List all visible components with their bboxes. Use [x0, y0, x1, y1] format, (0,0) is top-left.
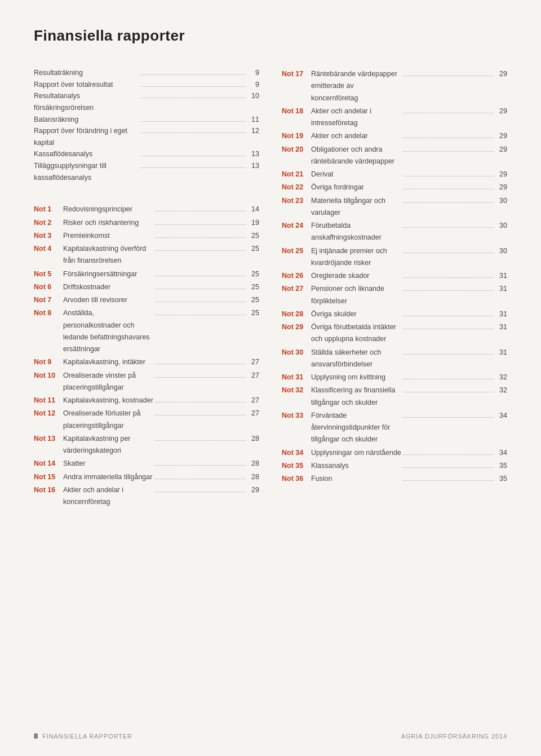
note-id: Not 12 — [34, 408, 63, 419]
toc-row-dots — [403, 151, 494, 152]
note-toc-row: Not 5 Försäkringsersättningar 25 — [34, 268, 259, 280]
toc-row-dots — [141, 156, 246, 156]
toc-row-label: Rapport över totalresultat — [34, 79, 139, 91]
toc-row-label: Kassaflödesanalys — [34, 148, 139, 160]
toc-row-page: 31 — [496, 283, 507, 295]
note-id: Not 25 — [282, 245, 311, 257]
toc-row-dots — [156, 364, 246, 364]
footer-section-name: FINANSIELLA RAPPORTER — [42, 733, 132, 740]
note-id: Not 34 — [282, 447, 311, 459]
toc-row-page: 27 — [248, 395, 259, 406]
note-label: Anställda, personalkostnader och ledande… — [63, 307, 153, 355]
note-toc-row: Not 15 Andra immateriella tillgångar 28 — [34, 471, 259, 483]
toc-row-dots — [156, 315, 246, 315]
note-label: Kapitalavkastning, kostnader — [63, 395, 153, 406]
toc-row-page: 28 — [248, 471, 259, 483]
note-label: Materiella tillgångar och varulager — [311, 195, 401, 219]
toc-row-dots — [156, 289, 246, 289]
note-label: Pensioner och liknande förpliktelser — [311, 283, 401, 307]
toc-row-page: 29 — [496, 68, 507, 80]
toc-row-page: 30 — [496, 220, 507, 232]
note-toc-row: Not 17 Räntebärande värdepapper emittera… — [282, 68, 507, 104]
note-id: Not 35 — [282, 460, 311, 472]
note-label: Andra immateriella tillgångar — [63, 471, 153, 483]
plain-toc-row: Resultatanalys försäkringsrörelsen 10 — [34, 90, 259, 113]
note-id: Not 33 — [282, 410, 311, 422]
toc-row-dots — [141, 74, 246, 75]
page-footer: 8 FINANSIELLA RAPPORTER AGRIA DJURFÖRSÄK… — [0, 732, 541, 740]
toc-row-label: Rapport över förändring i eget kapital — [34, 125, 139, 148]
note-label: Aktier och andelar — [311, 130, 401, 142]
toc-row-page: 35 — [496, 460, 507, 472]
note-toc-section-right: Not 17 Räntebärande värdepapper emittera… — [282, 68, 507, 485]
note-id: Not 5 — [34, 268, 63, 280]
note-label: Försäkringsersättningar — [63, 268, 153, 280]
note-toc-row: Not 3 Premieinkomst 25 — [34, 230, 259, 242]
toc-row-dots — [156, 250, 246, 251]
note-label: Obligationer och andra räntebärande värd… — [311, 144, 401, 168]
plain-toc-section: Resultaträkning 9 Rapport över totalresu… — [34, 67, 259, 183]
toc-row-page: 35 — [496, 473, 507, 485]
toc-row-dots — [403, 176, 494, 176]
toc-row-dots — [403, 480, 494, 481]
note-toc-row: Not 20 Obligationer och andra räntebäran… — [282, 144, 507, 168]
note-toc-row: Not 8 Anställda, personalkostnader och l… — [34, 307, 259, 355]
note-toc-row: Not 12 Orealiserade förluster på placeri… — [34, 408, 259, 432]
toc-row-page: 30 — [496, 195, 507, 207]
toc-row-page: 30 — [496, 245, 507, 257]
plain-toc-row: Rapport över totalresultat 9 — [34, 79, 259, 91]
toc-row-dots — [403, 354, 494, 355]
note-label: Övriga fordringar — [311, 182, 401, 193]
plain-toc-row: Rapport över förändring i eget kapital 1… — [34, 125, 259, 148]
plain-toc-row: Tilläggsupplysningar till kassaflödesana… — [34, 160, 259, 183]
toc-row-page: 9 — [248, 79, 259, 91]
note-toc-row: Not 33 Förväntade återvinningstidpunkter… — [282, 410, 507, 446]
toc-row-dots — [156, 465, 246, 466]
note-id: Not 4 — [34, 243, 63, 255]
toc-row-page: 13 — [248, 160, 259, 172]
toc-row-page: 31 — [496, 308, 507, 320]
toc-row-dots — [403, 189, 494, 189]
toc-row-page: 29 — [496, 182, 507, 193]
note-label: Driftskostnader — [63, 281, 153, 293]
note-toc-row: Not 32 Klassificering av finansiella til… — [282, 384, 507, 409]
note-toc-row: Not 21 Derivat 29 — [282, 169, 507, 180]
toc-row-label: Tilläggsupplysningar till kassaflödesana… — [34, 160, 139, 183]
note-toc-row: Not 9 Kapitalavkastning, intäkter 27 — [34, 356, 259, 368]
note-label: Premieinkomst — [63, 230, 153, 242]
note-label: Upplysning om kvittning — [311, 372, 401, 383]
toc-row-dots — [403, 417, 494, 418]
toc-row-dots — [403, 316, 494, 316]
toc-row-page: 28 — [248, 458, 259, 470]
toc-row-page: 25 — [248, 294, 259, 306]
note-toc-row: Not 30 Ställda säkerheter och ansvarsför… — [282, 347, 507, 371]
note-id: Not 14 — [34, 458, 63, 470]
note-label: Förväntade återvinningstidpunkter för ti… — [311, 410, 401, 446]
note-label: Ej intjänade premier och kvardröjande ri… — [311, 245, 401, 269]
toc-row-page: 27 — [248, 408, 259, 419]
note-toc-section-left: Not 1 Redovisningsprinciper 14 Not 2 Ris… — [34, 204, 259, 508]
note-toc-row: Not 29 Övriga förutbetalda intäkter och … — [282, 321, 507, 346]
note-toc-row: Not 36 Fusion 35 — [282, 473, 507, 485]
note-toc-row: Not 1 Redovisningsprinciper 14 — [34, 204, 259, 215]
toc-row-page: 31 — [496, 270, 507, 282]
toc-row-label: Resultatanalys försäkringsrörelsen — [34, 90, 139, 113]
toc-row-page: 25 — [248, 281, 259, 293]
note-id: Not 32 — [282, 384, 311, 396]
toc-row-dots — [403, 379, 494, 379]
toc-row-dots — [403, 277, 494, 278]
toc-row-dots — [403, 290, 494, 291]
note-id: Not 23 — [282, 195, 311, 207]
toc-row-page: 32 — [496, 372, 507, 383]
toc-row-page: 29 — [496, 130, 507, 142]
note-label: Klassificering av finansiella tillgångar… — [311, 384, 401, 409]
footer-page-number: 8 — [34, 732, 38, 740]
toc-row-page: 34 — [496, 410, 507, 422]
toc-row-dots — [156, 211, 246, 211]
note-toc-row: Not 35 Klassanalys 35 — [282, 460, 507, 472]
note-id: Not 18 — [282, 105, 311, 117]
note-id: Not 13 — [34, 433, 63, 445]
note-label: Kapitalavkastning överförd från finansrö… — [63, 243, 153, 267]
note-label: Arvoden till revisorer — [63, 294, 153, 306]
note-label: Kapitalavkastning, intäkter — [63, 356, 153, 368]
